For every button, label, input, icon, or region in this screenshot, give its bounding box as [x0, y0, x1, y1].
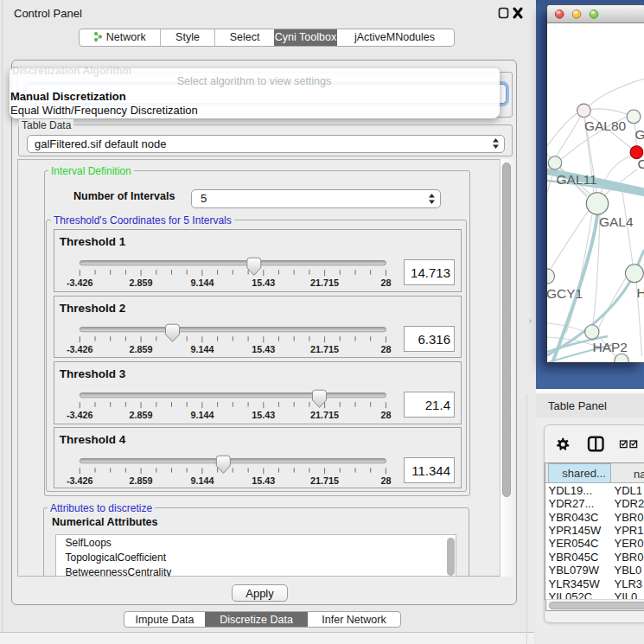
svg-text:28: 28 — [380, 410, 391, 420]
svg-text:GAL80: GAL80 — [583, 118, 626, 133]
svg-text:15.43: 15.43 — [252, 410, 275, 420]
svg-text:2.859: 2.859 — [129, 277, 152, 288]
svg-text:HAP2: HAP2 — [592, 340, 628, 354]
svg-text:21.715: 21.715 — [310, 410, 339, 420]
svg-text:9.144: 9.144 — [190, 343, 214, 354]
svg-text:21.715: 21.715 — [310, 277, 339, 288]
svg-text:GAL11: GAL11 — [556, 172, 596, 187]
svg-text:-3.426: -3.426 — [67, 277, 93, 288]
svg-text:21.715: 21.715 — [310, 343, 339, 354]
svg-text:C: C — [637, 156, 644, 171]
svg-text:GCY1: GCY1 — [547, 286, 583, 301]
svg-text:28: 28 — [380, 277, 391, 288]
svg-text:GAL4: GAL4 — [598, 215, 633, 230]
svg-text:9.144: 9.144 — [190, 475, 214, 486]
svg-text:-3.426: -3.426 — [67, 475, 93, 486]
svg-text:-3.426: -3.426 — [67, 410, 93, 420]
svg-text:2.859: 2.859 — [129, 475, 152, 486]
svg-text:9.144: 9.144 — [190, 277, 214, 288]
svg-text:H: H — [636, 285, 644, 300]
svg-text:2.859: 2.859 — [129, 343, 152, 354]
svg-text:-3.426: -3.426 — [67, 343, 93, 354]
svg-text:GA: GA — [634, 127, 644, 142]
svg-text:28: 28 — [380, 343, 391, 354]
svg-text:9.144: 9.144 — [190, 410, 214, 420]
svg-text:28: 28 — [380, 475, 391, 486]
svg-text:21.715: 21.715 — [310, 475, 339, 486]
svg-text:15.43: 15.43 — [252, 475, 275, 486]
svg-text:15.43: 15.43 — [252, 277, 275, 288]
svg-text:2.859: 2.859 — [129, 410, 152, 420]
svg-text:15.43: 15.43 — [252, 343, 275, 354]
